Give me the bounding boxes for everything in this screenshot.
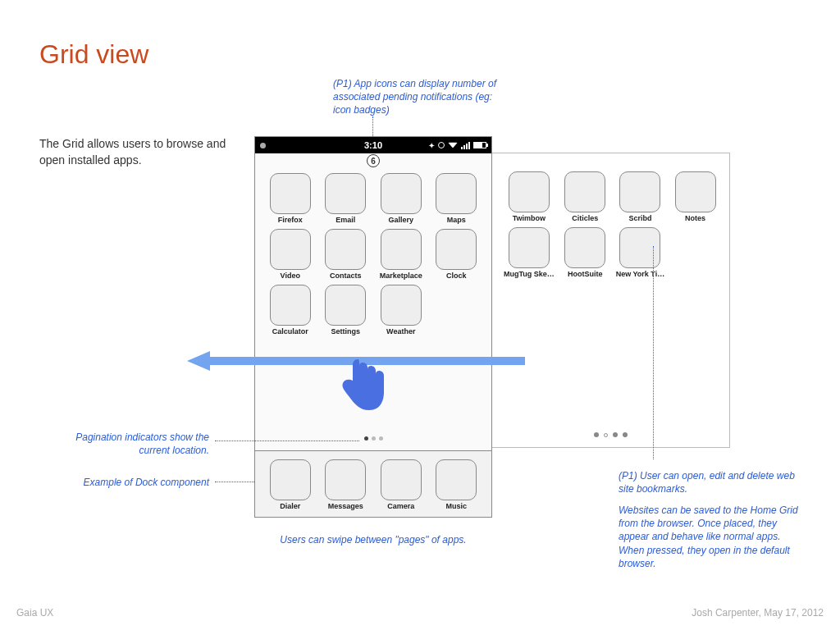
app-label: HootSuite: [563, 270, 608, 278]
annotation-badge: (P1) App icons can display number of ass…: [333, 77, 505, 117]
pagination-indicators: [255, 426, 491, 447]
app-label: Video: [267, 272, 314, 280]
app-label: Weather: [377, 327, 425, 336]
app-label: Email: [322, 216, 370, 224]
app-mugtug[interactable]: MugTug Ske…: [504, 227, 555, 278]
app-icon: [619, 227, 660, 268]
app-icon: [381, 229, 422, 270]
app-settings[interactable]: Settings: [322, 285, 370, 336]
app-icon: [381, 459, 422, 500]
app-citicles[interactable]: Citicles: [563, 171, 608, 222]
connector-line: [215, 441, 359, 441]
app-icon: [270, 459, 311, 500]
annotation-dock: Example of Dock component: [70, 476, 209, 489]
page-title: Grid view: [39, 39, 148, 70]
dock-dialer[interactable]: Dialer: [267, 459, 314, 510]
app-nyt[interactable]: New York Ti…: [616, 227, 665, 278]
home-page-2: Twimbow Citicles Scribd Notes MugTug Ske…: [492, 153, 730, 448]
status-bar: 3:10: [255, 137, 491, 153]
app-grid-page2: Twimbow Citicles Scribd Notes MugTug Ske…: [492, 153, 729, 285]
svg-marker-1: [187, 351, 210, 371]
app-label: Gallery: [377, 216, 425, 224]
app-clock[interactable]: Clock: [433, 229, 481, 280]
app-gallery[interactable]: Gallery: [377, 173, 425, 224]
app-maps[interactable]: Maps: [433, 173, 481, 224]
app-scribd[interactable]: Scribd: [616, 171, 665, 222]
app-label: MugTug Ske…: [504, 270, 555, 278]
status-time: 3:10: [364, 140, 382, 150]
app-label: Notes: [673, 214, 718, 222]
app-video[interactable]: Video: [267, 229, 314, 280]
app-label: Camera: [377, 502, 425, 510]
annotation-swipe: Users can swipe between "pages" of apps.: [271, 533, 476, 546]
app-icon: [270, 229, 311, 270]
app-icon: [325, 459, 366, 500]
dock-messages[interactable]: Messages: [322, 459, 370, 510]
dock-music[interactable]: Music: [433, 459, 481, 510]
carrier-dot-icon: [260, 143, 266, 148]
app-label: Dialer: [267, 502, 314, 510]
app-label: Citicles: [563, 214, 608, 222]
annotation-bookmarks-1: (P1) User can open, edit and delete web …: [619, 469, 807, 495]
app-weather[interactable]: Weather: [377, 285, 425, 336]
app-label: Maps: [433, 216, 481, 224]
app-label: Calculator: [267, 327, 314, 336]
app-label: Contacts: [322, 272, 370, 280]
app-icon: [436, 459, 477, 500]
app-label: Music: [433, 502, 481, 510]
battery-icon: [473, 142, 486, 148]
app-icon: [619, 171, 660, 212]
app-label: Messages: [322, 502, 370, 510]
phone-mockup: 3:10 6 Firefox Email Gallery Maps Video …: [254, 136, 492, 518]
app-icon: [564, 171, 605, 212]
app-calculator[interactable]: Calculator: [267, 285, 314, 336]
app-label: Marketplace: [377, 272, 425, 280]
app-icon: [509, 227, 550, 268]
connector-line: [653, 246, 654, 459]
footer-right: Josh Carpenter, May 17, 2012: [692, 607, 824, 619]
app-email[interactable]: Email: [322, 173, 370, 224]
app-label: Clock: [433, 272, 481, 280]
app-label: Twimbow: [504, 214, 555, 222]
status-icons: [428, 141, 486, 150]
app-icon: [381, 173, 422, 214]
app-icon: [325, 229, 366, 270]
app-firefox[interactable]: Firefox: [267, 173, 314, 224]
app-label: Scribd: [616, 214, 665, 222]
app-icon: [436, 229, 477, 270]
data-icon: [438, 142, 445, 148]
app-hootsuite[interactable]: HootSuite: [563, 227, 608, 278]
app-icon: [381, 285, 422, 326]
app-grid: Firefox Email Gallery Maps Video Contact…: [255, 153, 491, 342]
app-icon: [325, 285, 366, 326]
app-twimbow[interactable]: Twimbow: [504, 171, 555, 222]
app-icon: [436, 173, 477, 214]
signal-icon: [461, 142, 470, 149]
annotation-bookmarks-2: Websites can be saved to the Home Grid f…: [619, 504, 807, 570]
dock: Dialer Messages Camera Music: [255, 450, 491, 517]
app-label: New York Ti…: [616, 270, 665, 278]
app-label: Firefox: [267, 216, 314, 224]
app-icon: [325, 173, 366, 214]
app-contacts[interactable]: Contacts: [322, 229, 370, 280]
app-notes[interactable]: Notes: [673, 171, 718, 222]
app-icon: [509, 171, 550, 212]
app-marketplace[interactable]: Marketplace: [377, 229, 425, 280]
connector-line: [215, 482, 254, 482]
app-icon: [270, 173, 311, 214]
page-subtitle: The Grid allows users to browse and open…: [39, 136, 228, 168]
app-icon: [564, 227, 605, 268]
pagination-page2: [492, 426, 729, 441]
annotation-pagination: Pagination indicators show the current l…: [70, 431, 209, 457]
app-label: Settings: [322, 327, 370, 336]
dock-camera[interactable]: Camera: [377, 459, 425, 510]
footer-left: Gaia UX: [16, 607, 53, 619]
app-icon: [675, 171, 716, 212]
app-icon: [270, 285, 311, 326]
wifi-icon: [448, 143, 458, 148]
bluetooth-icon: [428, 141, 435, 150]
